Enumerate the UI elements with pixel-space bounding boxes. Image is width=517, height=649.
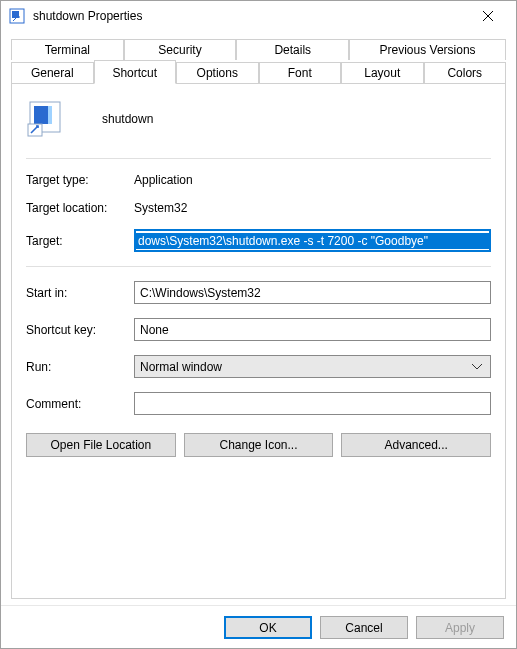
row-target-location: Target location: System32 xyxy=(26,201,491,215)
row-target: Target: dows\System32\shutdown.exe -s -t… xyxy=(26,229,491,252)
comment-input[interactable] xyxy=(134,392,491,415)
run-select[interactable]: Normal window xyxy=(134,355,491,378)
open-file-location-button[interactable]: Open File Location xyxy=(26,433,176,457)
advanced-button[interactable]: Advanced... xyxy=(341,433,491,457)
title-bar: shutdown Properties xyxy=(1,1,516,31)
target-location-value: System32 xyxy=(134,201,187,215)
row-shortcut-key: Shortcut key: xyxy=(26,318,491,341)
change-icon-button[interactable]: Change Icon... xyxy=(184,433,334,457)
row-start-in: Start in: xyxy=(26,281,491,304)
content-area: Terminal Security Details Previous Versi… xyxy=(1,31,516,601)
tab-shortcut[interactable]: Shortcut xyxy=(94,60,177,84)
app-icon xyxy=(9,8,25,24)
target-location-label: Target location: xyxy=(26,201,134,215)
target-type-label: Target type: xyxy=(26,173,134,187)
shortcut-name: shutdown xyxy=(102,112,153,126)
tab-previous-versions[interactable]: Previous Versions xyxy=(349,39,506,60)
tab-colors[interactable]: Colors xyxy=(424,62,507,84)
shortcut-panel: shutdown Target type: Application Target… xyxy=(11,83,506,599)
tab-general[interactable]: General xyxy=(11,62,94,84)
shortcut-key-label: Shortcut key: xyxy=(26,323,134,337)
target-input[interactable]: dows\System32\shutdown.exe -s -t 7200 -c… xyxy=(134,229,491,252)
apply-button[interactable]: Apply xyxy=(416,616,504,639)
run-label: Run: xyxy=(26,360,134,374)
comment-label: Comment: xyxy=(26,397,134,411)
tab-font[interactable]: Font xyxy=(259,62,342,84)
ok-button[interactable]: OK xyxy=(224,616,312,639)
tab-details[interactable]: Details xyxy=(236,39,349,60)
shortcut-file-icon xyxy=(26,100,64,138)
tab-layout[interactable]: Layout xyxy=(341,62,424,84)
svg-rect-1 xyxy=(12,11,19,18)
tab-security[interactable]: Security xyxy=(124,39,237,60)
divider xyxy=(26,266,491,267)
target-input-text: dows\System32\shutdown.exe -s -t 7200 -c… xyxy=(136,233,489,249)
divider xyxy=(26,158,491,159)
start-in-label: Start in: xyxy=(26,286,134,300)
action-button-row: Open File Location Change Icon... Advanc… xyxy=(26,433,491,457)
row-target-type: Target type: Application xyxy=(26,173,491,187)
close-button[interactable] xyxy=(468,2,508,30)
shortcut-key-input[interactable] xyxy=(134,318,491,341)
start-in-input[interactable] xyxy=(134,281,491,304)
tab-strip: Terminal Security Details Previous Versi… xyxy=(11,37,506,84)
dialog-button-row: OK Cancel Apply xyxy=(1,605,516,649)
row-run: Run: Normal window xyxy=(26,355,491,378)
tab-terminal[interactable]: Terminal xyxy=(11,39,124,60)
cancel-button[interactable]: Cancel xyxy=(320,616,408,639)
svg-rect-4 xyxy=(48,106,52,124)
row-comment: Comment: xyxy=(26,392,491,415)
shortcut-header: shutdown xyxy=(26,100,491,138)
window-title: shutdown Properties xyxy=(33,9,468,23)
tab-options[interactable]: Options xyxy=(176,62,259,84)
target-type-value: Application xyxy=(134,173,193,187)
target-label: Target: xyxy=(26,234,134,248)
